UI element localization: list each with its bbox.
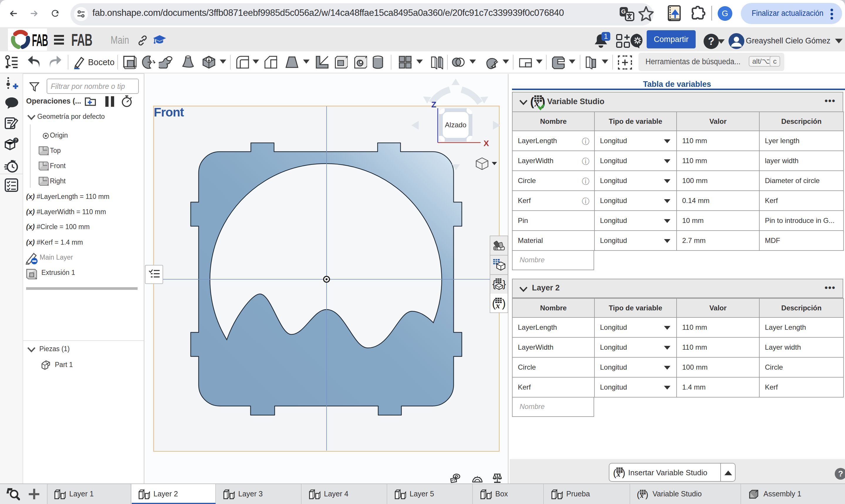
svg-text:Alzado: Alzado [445,121,466,129]
svg-text:{: { [492,278,496,289]
svg-text:Z: Z [431,100,436,109]
svg-text:): ) [622,467,625,478]
svg-text:x: x [616,470,621,479]
svg-text:(: ( [531,95,534,108]
svg-text:?: ? [15,138,17,143]
svg-text:}: } [503,278,506,289]
svg-text:X: X [484,139,489,148]
svg-text:x: x [496,301,500,310]
svg-text:?: ? [708,35,715,47]
svg-text:x: x [640,492,644,499]
svg-text:(: ( [637,490,640,499]
svg-text:): ) [502,297,506,309]
svg-text:(: ( [613,467,616,478]
svg-text:1: 1 [604,32,608,40]
svg-text:): ) [646,490,648,499]
